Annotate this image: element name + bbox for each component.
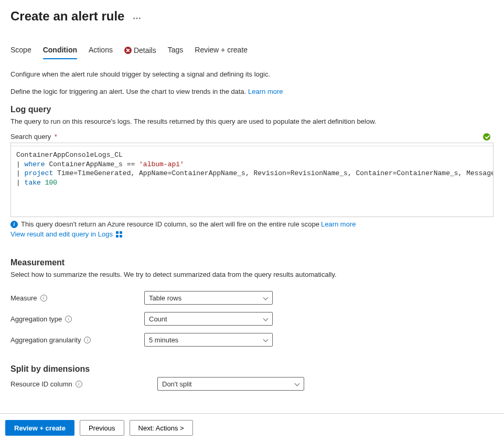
error-icon <box>124 47 132 54</box>
chevron-down-icon <box>263 316 268 321</box>
measurement-sub: Select how to summarize the results. We … <box>10 271 494 278</box>
learn-more-link[interactable]: Learn more <box>248 88 283 95</box>
search-query-label: Search query <box>10 133 51 141</box>
aggregation-granularity-value: 5 minutes <box>149 336 178 344</box>
resource-id-column-label: Resource ID column <box>10 380 157 388</box>
aggregation-granularity-select[interactable]: 5 minutes <box>144 333 273 347</box>
measurement-header: Measurement <box>10 258 494 267</box>
description-line2: Define the logic for triggering an alert… <box>10 88 494 95</box>
tab-details-label: Details <box>134 46 156 55</box>
split-dimensions-header: Split by dimensions <box>10 364 494 374</box>
description-line1: Configure when the alert rule should tri… <box>10 70 494 78</box>
query-editor[interactable]: ContainerAppConsoleLogs_CL | where Conta… <box>10 143 494 217</box>
info-icon <box>10 221 18 228</box>
resource-id-column-value: Don't split <box>162 380 192 388</box>
previous-button[interactable]: Previous <box>80 420 124 436</box>
aggregation-type-label: Aggregation type <box>10 315 144 323</box>
query-info-note: This query doesn't return an Azure resou… <box>10 220 494 228</box>
info-outline-icon[interactable] <box>76 381 82 387</box>
aggregation-type-value: Count <box>149 315 167 323</box>
valid-check-icon <box>483 133 490 141</box>
chevron-down-icon <box>263 295 268 300</box>
tab-condition[interactable]: Condition <box>43 46 77 59</box>
tab-actions[interactable]: Actions <box>89 46 113 59</box>
review-create-button[interactable]: Review + create <box>5 420 74 436</box>
info-outline-icon[interactable] <box>84 337 91 343</box>
query-info-text: This query doesn't return an Azure resou… <box>21 220 319 228</box>
tab-tags[interactable]: Tags <box>168 46 184 59</box>
measure-label: Measure <box>10 294 144 302</box>
tab-details[interactable]: Details <box>124 46 156 59</box>
query-code[interactable]: ContainerAppConsoleLogs_CL | where Conta… <box>11 146 493 217</box>
aggregation-granularity-label: Aggregation granularity <box>10 336 144 344</box>
log-query-header: Log query <box>10 105 494 114</box>
description-line2-text: Define the logic for triggering an alert… <box>10 88 248 95</box>
view-result-text: View result and edit query in Logs <box>10 230 113 238</box>
resource-id-column-select[interactable]: Don't split <box>157 377 304 391</box>
log-query-sub: The query to run on this resource's logs… <box>10 117 494 125</box>
aggregation-type-select[interactable]: Count <box>144 312 273 326</box>
measure-value: Table rows <box>149 294 181 302</box>
chevron-down-icon <box>263 337 268 342</box>
tab-review[interactable]: Review + create <box>195 46 248 59</box>
measure-select[interactable]: Table rows <box>144 291 273 305</box>
info-outline-icon[interactable] <box>65 316 72 322</box>
query-info-learn-more-link[interactable]: Learn more <box>321 220 356 228</box>
footer-actions: Review + create Previous Next: Actions > <box>0 413 504 442</box>
view-result-link[interactable]: View result and edit query in Logs <box>10 230 122 238</box>
required-indicator-icon: * <box>55 133 57 141</box>
more-actions-icon[interactable]: ⋯ <box>133 10 142 23</box>
next-actions-button[interactable]: Next: Actions > <box>130 420 193 436</box>
info-outline-icon[interactable] <box>40 295 47 301</box>
logs-grid-icon <box>116 231 122 238</box>
page-title: Create an alert rule <box>10 9 124 24</box>
tabs: Scope Condition Actions Details Tags Rev… <box>10 46 504 60</box>
chevron-down-icon <box>294 381 299 386</box>
tab-scope[interactable]: Scope <box>10 46 31 59</box>
